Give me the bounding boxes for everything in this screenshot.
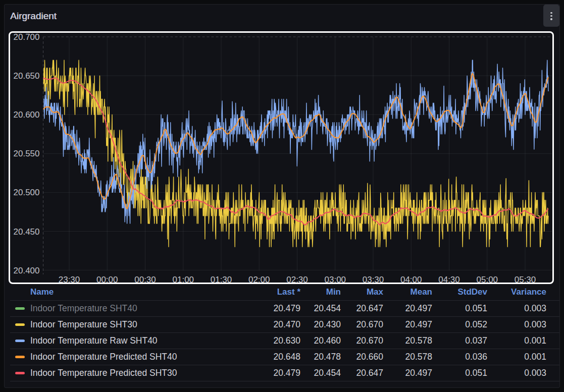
svg-text:20.500: 20.500 <box>14 188 40 197</box>
svg-text:00:00: 00:00 <box>96 275 118 285</box>
svg-text:02:30: 02:30 <box>286 275 308 285</box>
svg-text:01:30: 01:30 <box>211 275 232 285</box>
svg-text:02:00: 02:00 <box>248 275 270 285</box>
svg-text:20.600: 20.600 <box>14 110 40 120</box>
svg-text:04:30: 04:30 <box>438 275 460 285</box>
svg-text:05:00: 05:00 <box>477 275 498 285</box>
svg-text:03:30: 03:30 <box>363 275 384 285</box>
svg-text:01:00: 01:00 <box>173 275 194 285</box>
svg-text:23:30: 23:30 <box>59 275 80 285</box>
svg-text:20.450: 20.450 <box>14 227 40 237</box>
svg-text:20.400: 20.400 <box>14 266 40 275</box>
svg-text:00:30: 00:30 <box>134 275 156 285</box>
svg-text:04:00: 04:00 <box>400 275 422 285</box>
svg-text:03:00: 03:00 <box>325 275 346 285</box>
svg-text:20.650: 20.650 <box>14 71 40 81</box>
svg-text:20.550: 20.550 <box>14 149 40 158</box>
svg-text:05:30: 05:30 <box>515 275 536 285</box>
svg-text:20.700: 20.700 <box>14 32 40 42</box>
